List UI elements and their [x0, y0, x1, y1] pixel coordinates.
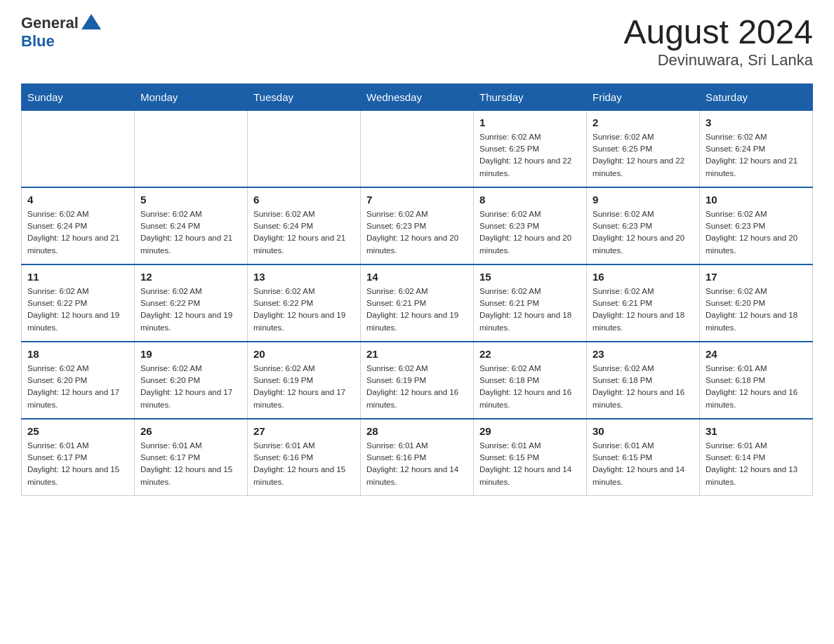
- day-info: Sunrise: 6:02 AM Sunset: 6:22 PM Dayligh…: [253, 286, 355, 334]
- logo: General Blue: [21, 14, 101, 51]
- calendar-cell: 10Sunrise: 6:02 AM Sunset: 6:23 PM Dayli…: [700, 187, 813, 264]
- day-info: Sunrise: 6:02 AM Sunset: 6:25 PM Dayligh…: [479, 131, 581, 180]
- day-number: 16: [593, 271, 694, 283]
- day-number: 28: [366, 425, 468, 437]
- calendar-cell: [361, 110, 474, 187]
- day-info: Sunrise: 6:02 AM Sunset: 6:21 PM Dayligh…: [593, 286, 694, 334]
- calendar-cell: 20Sunrise: 6:02 AM Sunset: 6:19 PM Dayli…: [248, 342, 361, 419]
- calendar-cell: 7Sunrise: 6:02 AM Sunset: 6:23 PM Daylig…: [361, 187, 474, 264]
- day-info: Sunrise: 6:01 AM Sunset: 6:17 PM Dayligh…: [27, 440, 128, 488]
- calendar-cell: 18Sunrise: 6:02 AM Sunset: 6:20 PM Dayli…: [22, 342, 135, 419]
- day-number: 19: [140, 348, 241, 360]
- col-wednesday: Wednesday: [361, 83, 474, 110]
- day-number: 8: [479, 194, 581, 206]
- day-info: Sunrise: 6:02 AM Sunset: 6:22 PM Dayligh…: [27, 286, 128, 334]
- day-info: Sunrise: 6:02 AM Sunset: 6:24 PM Dayligh…: [27, 208, 128, 257]
- col-monday: Monday: [135, 83, 248, 110]
- calendar-cell: 12Sunrise: 6:02 AM Sunset: 6:22 PM Dayli…: [135, 264, 248, 342]
- day-number: 24: [706, 348, 807, 360]
- calendar-cell: 2Sunrise: 6:02 AM Sunset: 6:25 PM Daylig…: [587, 110, 700, 187]
- calendar-table: Sunday Monday Tuesday Wednesday Thursday…: [21, 83, 813, 496]
- day-number: 12: [140, 271, 241, 283]
- calendar-cell: 22Sunrise: 6:02 AM Sunset: 6:18 PM Dayli…: [474, 342, 587, 419]
- day-info: Sunrise: 6:01 AM Sunset: 6:18 PM Dayligh…: [706, 363, 807, 411]
- calendar-cell: 21Sunrise: 6:02 AM Sunset: 6:19 PM Dayli…: [361, 342, 474, 419]
- calendar-cell: 27Sunrise: 6:01 AM Sunset: 6:16 PM Dayli…: [248, 419, 361, 496]
- calendar-cell: 30Sunrise: 6:01 AM Sunset: 6:15 PM Dayli…: [587, 419, 700, 496]
- day-number: 9: [593, 194, 694, 206]
- calendar-cell: 1Sunrise: 6:02 AM Sunset: 6:25 PM Daylig…: [474, 110, 587, 187]
- calendar-cell: 16Sunrise: 6:02 AM Sunset: 6:21 PM Dayli…: [587, 264, 700, 342]
- calendar-cell: 3Sunrise: 6:02 AM Sunset: 6:24 PM Daylig…: [700, 110, 813, 187]
- calendar-cell: 8Sunrise: 6:02 AM Sunset: 6:23 PM Daylig…: [474, 187, 587, 264]
- day-number: 21: [366, 348, 468, 360]
- day-number: 25: [27, 425, 128, 437]
- day-info: Sunrise: 6:02 AM Sunset: 6:23 PM Dayligh…: [479, 208, 581, 257]
- day-info: Sunrise: 6:01 AM Sunset: 6:14 PM Dayligh…: [706, 440, 807, 488]
- day-number: 6: [253, 194, 355, 206]
- day-number: 7: [366, 194, 468, 206]
- day-number: 17: [706, 271, 807, 283]
- day-number: 31: [706, 425, 807, 437]
- calendar-cell: 5Sunrise: 6:02 AM Sunset: 6:24 PM Daylig…: [135, 187, 248, 264]
- day-number: 14: [366, 271, 468, 283]
- day-info: Sunrise: 6:01 AM Sunset: 6:16 PM Dayligh…: [253, 440, 355, 488]
- calendar-week-row: 11Sunrise: 6:02 AM Sunset: 6:22 PM Dayli…: [22, 264, 813, 342]
- col-sunday: Sunday: [22, 83, 135, 110]
- calendar-week-row: 25Sunrise: 6:01 AM Sunset: 6:17 PM Dayli…: [22, 419, 813, 496]
- logo-blue: Blue: [21, 32, 55, 50]
- calendar-header-row: Sunday Monday Tuesday Wednesday Thursday…: [22, 83, 813, 110]
- calendar-cell: 4Sunrise: 6:02 AM Sunset: 6:24 PM Daylig…: [22, 187, 135, 264]
- calendar-cell: 17Sunrise: 6:02 AM Sunset: 6:20 PM Dayli…: [700, 264, 813, 342]
- day-number: 4: [27, 194, 128, 206]
- calendar-week-row: 18Sunrise: 6:02 AM Sunset: 6:20 PM Dayli…: [22, 342, 813, 419]
- col-thursday: Thursday: [474, 83, 587, 110]
- day-info: Sunrise: 6:02 AM Sunset: 6:23 PM Dayligh…: [366, 208, 468, 257]
- calendar-cell: 26Sunrise: 6:01 AM Sunset: 6:17 PM Dayli…: [135, 419, 248, 496]
- day-number: 10: [706, 194, 807, 206]
- day-info: Sunrise: 6:02 AM Sunset: 6:24 PM Dayligh…: [706, 131, 807, 180]
- calendar-week-row: 4Sunrise: 6:02 AM Sunset: 6:24 PM Daylig…: [22, 187, 813, 264]
- calendar-cell: 24Sunrise: 6:01 AM Sunset: 6:18 PM Dayli…: [700, 342, 813, 419]
- col-saturday: Saturday: [700, 83, 813, 110]
- day-number: 26: [140, 425, 241, 437]
- day-info: Sunrise: 6:02 AM Sunset: 6:20 PM Dayligh…: [706, 286, 807, 334]
- calendar-cell: 6Sunrise: 6:02 AM Sunset: 6:24 PM Daylig…: [248, 187, 361, 264]
- calendar-cell: [248, 110, 361, 187]
- day-number: 30: [593, 425, 694, 437]
- day-number: 18: [27, 348, 128, 360]
- day-number: 23: [593, 348, 694, 360]
- day-info: Sunrise: 6:01 AM Sunset: 6:17 PM Dayligh…: [140, 440, 241, 488]
- day-number: 11: [27, 271, 128, 283]
- calendar-cell: 14Sunrise: 6:02 AM Sunset: 6:21 PM Dayli…: [361, 264, 474, 342]
- location-title: Devinuwara, Sri Lanka: [623, 51, 813, 69]
- day-info: Sunrise: 6:02 AM Sunset: 6:20 PM Dayligh…: [140, 363, 241, 411]
- page-header: General Blue August 2024 Devinuwara, Sri…: [21, 14, 813, 69]
- day-info: Sunrise: 6:02 AM Sunset: 6:19 PM Dayligh…: [366, 363, 468, 411]
- day-number: 3: [706, 116, 807, 128]
- logo-triangle-icon: [81, 14, 101, 29]
- calendar-cell: 23Sunrise: 6:02 AM Sunset: 6:18 PM Dayli…: [587, 342, 700, 419]
- calendar-cell: 9Sunrise: 6:02 AM Sunset: 6:23 PM Daylig…: [587, 187, 700, 264]
- day-info: Sunrise: 6:02 AM Sunset: 6:23 PM Dayligh…: [706, 208, 807, 257]
- day-number: 2: [593, 116, 694, 128]
- day-number: 13: [253, 271, 355, 283]
- day-number: 27: [253, 425, 355, 437]
- logo-general: General: [21, 14, 79, 32]
- calendar-cell: 13Sunrise: 6:02 AM Sunset: 6:22 PM Dayli…: [248, 264, 361, 342]
- day-info: Sunrise: 6:01 AM Sunset: 6:16 PM Dayligh…: [366, 440, 468, 488]
- day-number: 29: [479, 425, 581, 437]
- month-title: August 2024: [623, 14, 813, 51]
- day-info: Sunrise: 6:02 AM Sunset: 6:25 PM Dayligh…: [593, 131, 694, 180]
- calendar-cell: 31Sunrise: 6:01 AM Sunset: 6:14 PM Dayli…: [700, 419, 813, 496]
- calendar-cell: 28Sunrise: 6:01 AM Sunset: 6:16 PM Dayli…: [361, 419, 474, 496]
- day-number: 5: [140, 194, 241, 206]
- col-tuesday: Tuesday: [248, 83, 361, 110]
- calendar-cell: [22, 110, 135, 187]
- day-number: 22: [479, 348, 581, 360]
- day-info: Sunrise: 6:02 AM Sunset: 6:18 PM Dayligh…: [479, 363, 581, 411]
- day-info: Sunrise: 6:02 AM Sunset: 6:24 PM Dayligh…: [140, 208, 241, 257]
- day-info: Sunrise: 6:02 AM Sunset: 6:19 PM Dayligh…: [253, 363, 355, 411]
- day-number: 20: [253, 348, 355, 360]
- title-block: August 2024 Devinuwara, Sri Lanka: [623, 14, 813, 69]
